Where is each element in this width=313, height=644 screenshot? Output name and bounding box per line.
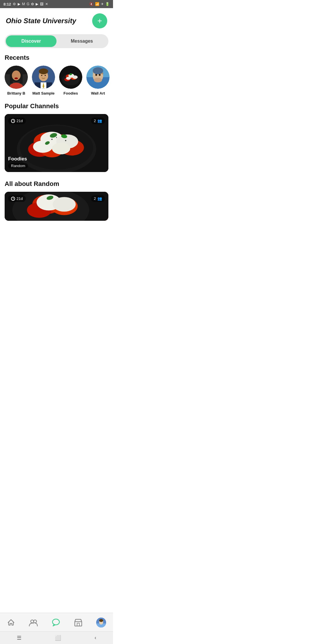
youtube-icon: ▶ bbox=[18, 2, 20, 6]
images-icon: 🖼 bbox=[40, 2, 43, 6]
airplane-icon: ✈ bbox=[101, 2, 104, 6]
status-bar: 8:12 ⚙ ▶ M G ✿ ▶ 🖼 ✕ 🔇 📶 ✈ 🔋 bbox=[0, 0, 113, 8]
svg-point-8 bbox=[14, 77, 18, 79]
recent-label-matt: Matt Sample bbox=[32, 91, 55, 95]
card-channel-name: Foodies bbox=[8, 156, 28, 162]
recent-label-brittany: Brittany B bbox=[7, 91, 25, 95]
svg-point-57 bbox=[56, 137, 57, 138]
svg-point-17 bbox=[45, 75, 46, 76]
card-time-badge: 21d bbox=[8, 117, 26, 124]
recent-item-wallart[interactable]: Wall Art bbox=[86, 66, 110, 95]
svg-point-25 bbox=[72, 75, 78, 79]
popular-channels-title: Popular Channels bbox=[0, 102, 113, 114]
avatar-brittany bbox=[5, 66, 28, 89]
svg-point-52 bbox=[52, 143, 70, 154]
svg-point-40 bbox=[94, 78, 102, 82]
avatar-foodies bbox=[59, 66, 82, 89]
status-left: 8:12 ⚙ ▶ M G ✿ ▶ 🖼 ✕ bbox=[3, 2, 48, 6]
svg-point-65 bbox=[53, 197, 76, 211]
random-card-time-badge: 21d bbox=[8, 195, 26, 202]
random-channel-card[interactable]: 21d 2 👥 bbox=[5, 192, 108, 221]
people-icon: 👥 bbox=[97, 119, 102, 123]
recent-item-foodies[interactable]: Foodies bbox=[59, 66, 82, 95]
tab-bar: Discover Messages bbox=[5, 34, 108, 48]
tab-discover[interactable]: Discover bbox=[6, 35, 57, 47]
mute-icon: 🔇 bbox=[89, 2, 94, 6]
recents-title: Recents bbox=[0, 54, 113, 66]
card-users-badge: 2 👥 bbox=[91, 117, 105, 124]
wifi-icon: 📶 bbox=[95, 2, 99, 6]
svg-point-26 bbox=[66, 77, 71, 80]
clock-icon bbox=[11, 119, 15, 123]
header: Ohio State University + bbox=[0, 8, 113, 31]
settings-icon: ⚙ bbox=[13, 2, 16, 6]
youtube2-icon: ▶ bbox=[36, 2, 38, 6]
fan-icon: ✿ bbox=[31, 2, 34, 6]
random-clock-icon bbox=[11, 197, 15, 201]
google-icon: G bbox=[27, 2, 29, 6]
tab-messages[interactable]: Messages bbox=[57, 35, 107, 47]
battery-icon: 🔋 bbox=[105, 2, 110, 6]
avatar-matt bbox=[32, 66, 55, 89]
popular-channel-card[interactable]: 21d 2 👥 Foodies Random bbox=[5, 114, 108, 172]
page-title: Ohio State University bbox=[6, 17, 76, 25]
plus-icon: + bbox=[97, 16, 102, 26]
avatar-wallart bbox=[86, 66, 110, 89]
gmail-icon: M bbox=[22, 2, 25, 6]
status-right: 🔇 📶 ✈ 🔋 bbox=[89, 2, 110, 6]
recents-row: Brittany B bbox=[0, 66, 113, 102]
recent-item-matt[interactable]: Matt Sample bbox=[32, 66, 55, 95]
svg-point-58 bbox=[65, 140, 66, 141]
random-card-users-badge: 2 👥 bbox=[91, 195, 105, 202]
svg-point-39 bbox=[93, 67, 103, 74]
recent-label-wallart: Wall Art bbox=[91, 91, 105, 95]
card-info: Foodies Random bbox=[8, 156, 28, 169]
card-tag: Random bbox=[8, 163, 28, 169]
svg-point-56 bbox=[51, 139, 52, 140]
all-about-random-title: All about Random bbox=[0, 180, 113, 192]
recent-label-foodies: Foodies bbox=[63, 91, 78, 95]
recent-item-brittany[interactable]: Brittany B bbox=[5, 66, 28, 95]
svg-point-15 bbox=[39, 68, 48, 74]
svg-point-16 bbox=[41, 75, 42, 76]
add-button[interactable]: + bbox=[92, 13, 107, 28]
status-time: 8:12 bbox=[3, 2, 11, 6]
close-icon: ✕ bbox=[45, 2, 48, 6]
random-people-icon: 👥 bbox=[97, 196, 102, 201]
